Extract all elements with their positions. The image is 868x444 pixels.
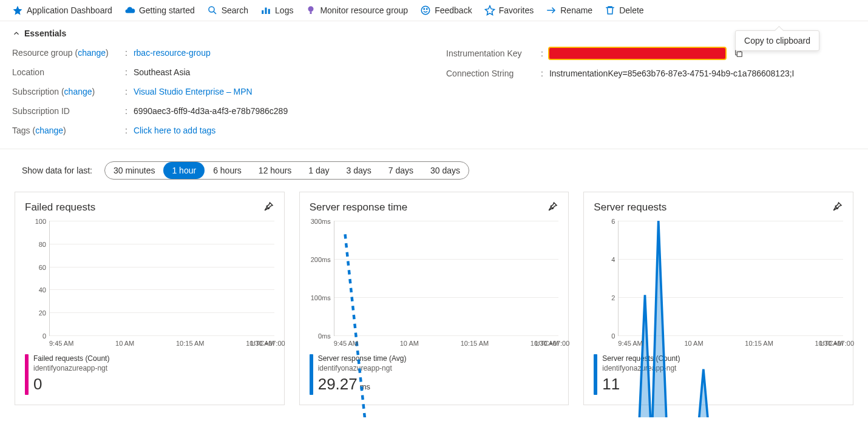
- svg-rect-4: [268, 9, 270, 14]
- subscription-label: Subscription (change): [12, 87, 121, 96]
- tags-change-link[interactable]: change: [35, 126, 63, 135]
- response-time-chart[interactable]: 300ms 200ms 100ms 0ms: [334, 221, 559, 336]
- timerange-pill-1-hour[interactable]: 1 hour: [163, 162, 205, 179]
- rename-button[interactable]: Rename: [546, 5, 592, 16]
- delete-button[interactable]: Delete: [605, 5, 643, 16]
- star-outline-icon: [484, 5, 495, 16]
- resource-group-value[interactable]: rbac-resource-group: [134, 48, 211, 58]
- arrow-right-icon: [546, 5, 557, 16]
- cloud-icon: [124, 5, 135, 16]
- pin-icon: [832, 201, 843, 212]
- timerange-pill-7-days[interactable]: 7 days: [380, 162, 422, 179]
- timerange-pill-30-days[interactable]: 30 days: [422, 162, 469, 179]
- copy-tooltip-text: Copy to clipboard: [744, 36, 810, 45]
- failed-requests-legend-bar: [25, 354, 29, 395]
- delete-label: Delete: [619, 5, 643, 15]
- timerange-pill-6-hours[interactable]: 6 hours: [205, 162, 250, 179]
- essentials-left-column: Resource group (change) : rbac-resource-…: [12, 43, 422, 140]
- response-time-x-axis: 9:45 AM 10 AM 10:15 AM 10:30 AM UTC+07:0…: [334, 340, 559, 347]
- logs-button[interactable]: Logs: [260, 5, 293, 16]
- subscription-id-label: Subscription ID: [12, 106, 121, 116]
- search-icon: [207, 5, 218, 16]
- svg-rect-3: [265, 8, 267, 15]
- feedback-button[interactable]: Feedback: [420, 5, 472, 16]
- essentials-header-text: Essentials: [24, 29, 66, 38]
- timerange-pill-12-hours[interactable]: 12 hours: [250, 162, 300, 179]
- copy-tooltip: Copy to clipboard: [735, 30, 819, 51]
- smile-icon: [420, 5, 431, 16]
- application-dashboard-label: Application Dashboard: [27, 5, 112, 15]
- svg-rect-6: [310, 12, 312, 14]
- essentials-panel: Resource group (change) : rbac-resource-…: [0, 43, 868, 149]
- timerange-pill-1-day[interactable]: 1 day: [300, 162, 337, 179]
- timerange-pill-30-minutes[interactable]: 30 minutes: [105, 162, 163, 179]
- timerange-bar: Show data for last: 30 minutes1 hour6 ho…: [0, 149, 868, 192]
- favorites-button[interactable]: Favorites: [484, 5, 534, 16]
- svg-point-9: [427, 8, 428, 10]
- resource-group-change-link[interactable]: change: [78, 48, 106, 58]
- server-requests-x-axis: 9:45 AM 10 AM 10:15 AM 10:30 AM UTC+07:0…: [618, 340, 843, 347]
- instrumentation-key-label: Instrumentation Key: [446, 49, 537, 58]
- svg-rect-2: [262, 10, 263, 14]
- server-requests-title: Server requests: [594, 201, 666, 214]
- failed-requests-card: Failed requests 100 80 60 40 20 0 9:45 A…: [15, 192, 285, 405]
- getting-started-button[interactable]: Getting started: [124, 5, 195, 16]
- feedback-label: Feedback: [435, 5, 472, 15]
- pin-response-time-button[interactable]: [548, 201, 558, 214]
- response-time-title: Server response time: [310, 201, 408, 214]
- server-requests-chart[interactable]: 6 4 2 0: [618, 221, 843, 336]
- connection-string-label: Connection String: [446, 69, 537, 78]
- search-label: Search: [222, 5, 248, 15]
- svg-point-0: [209, 7, 214, 12]
- search-button[interactable]: Search: [207, 5, 248, 16]
- svg-point-7: [421, 6, 430, 15]
- tags-label: Tags (change): [12, 126, 121, 135]
- failed-requests-chart[interactable]: 100 80 60 40 20 0: [49, 221, 274, 336]
- instrumentation-key-value-redacted: [549, 48, 725, 59]
- logs-label: Logs: [275, 5, 293, 15]
- monitor-rg-button[interactable]: Monitor resource group: [305, 5, 408, 16]
- svg-line-1: [214, 12, 216, 14]
- server-requests-legend-bar: [594, 354, 597, 395]
- lightbulb-icon: [305, 5, 316, 16]
- command-bar: Application Dashboard Getting started Se…: [0, 0, 868, 21]
- timerange-label: Show data for last:: [22, 166, 92, 175]
- svg-point-5: [308, 6, 314, 12]
- timerange-pill-3-days[interactable]: 3 days: [338, 162, 380, 179]
- location-label: Location: [12, 67, 121, 77]
- resource-group-label: Resource group (change): [12, 48, 121, 58]
- essentials-right-column: Instrumentation Key : Connection String …: [446, 43, 856, 140]
- failed-requests-title: Failed requests: [25, 201, 95, 214]
- response-time-card: Server response time 300ms 200ms 100ms 0…: [299, 192, 569, 405]
- location-value: Southeast Asia: [134, 67, 190, 77]
- timerange-pills: 30 minutes1 hour6 hours12 hours1 day3 da…: [104, 161, 469, 180]
- subscription-change-link[interactable]: change: [64, 87, 92, 96]
- server-requests-card: Server requests 6 4 2 0 9:45 AM 10 AM 10…: [583, 192, 853, 405]
- connection-string-value: InstrumentationKey=85e63b76-87e3-4751-94…: [549, 69, 795, 78]
- tags-value[interactable]: Click here to add tags: [134, 126, 215, 135]
- subscription-value[interactable]: Visual Studio Enterprise – MPN: [134, 87, 253, 96]
- star-filled-icon: [12, 5, 23, 16]
- application-dashboard-button[interactable]: Application Dashboard: [12, 5, 112, 16]
- pin-icon: [548, 201, 558, 212]
- logs-icon: [260, 5, 271, 16]
- svg-point-8: [424, 8, 425, 10]
- pin-icon: [263, 201, 274, 212]
- failed-requests-x-axis: 9:45 AM 10 AM 10:15 AM 10:30 AM UTC+07:0…: [49, 340, 274, 347]
- pin-failed-requests-button[interactable]: [263, 201, 274, 214]
- response-time-line: [334, 221, 559, 417]
- chevron-up-icon: [12, 29, 21, 38]
- rename-label: Rename: [560, 5, 592, 15]
- response-time-legend-bar: [310, 354, 313, 395]
- failed-requests-line: [49, 221, 274, 417]
- getting-started-label: Getting started: [139, 5, 195, 15]
- trash-icon: [605, 5, 615, 16]
- favorites-label: Favorites: [499, 5, 534, 15]
- server-requests-area: [618, 221, 843, 417]
- monitor-rg-label: Monitor resource group: [320, 5, 408, 15]
- svg-rect-11: [737, 52, 742, 56]
- pin-server-requests-button[interactable]: [832, 201, 843, 214]
- subscription-id-value: 6990aec3-6ff9-4d3a-a4f3-e78b7986c289: [134, 106, 288, 116]
- metric-cards-row: Failed requests 100 80 60 40 20 0 9:45 A…: [0, 192, 868, 417]
